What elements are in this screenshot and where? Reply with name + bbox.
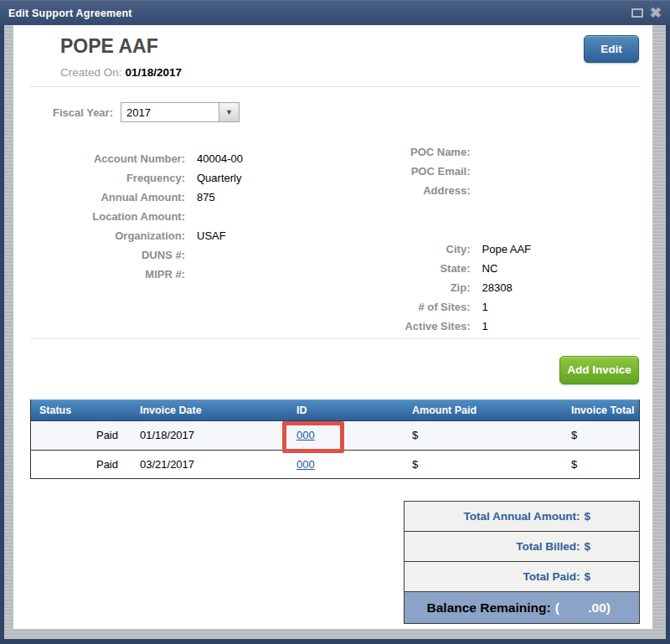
field-state: State:NC: [333, 259, 653, 278]
invoice-table: Status Invoice Date ID Amount Paid Invoi…: [30, 399, 640, 479]
invoice-table-header: Status Invoice Date ID Amount Paid Invoi…: [31, 399, 639, 421]
edit-button[interactable]: Edit: [584, 35, 639, 63]
maximize-icon[interactable]: [631, 8, 643, 18]
total-paid-label: Total Paid:: [523, 570, 580, 583]
content-panel: POPE AAF Edit Created On:01/18/2017 Fisc…: [13, 25, 652, 629]
field-account-number: Account Number:40004-00: [13, 149, 333, 168]
table-row: Paid 01/18/2017 000 $ $: [31, 421, 639, 450]
invoice-amount-paid: $: [404, 451, 563, 478]
invoice-id-link[interactable]: 000: [296, 458, 315, 471]
fiscal-year-select[interactable]: 2017 ▼: [121, 102, 240, 122]
field-poc-name: POC Name:: [333, 142, 653, 162]
column-header-invoice-total: Invoice Total: [563, 400, 639, 421]
fiscal-year-value: 2017: [121, 106, 219, 119]
field-active-sites: Active Sites:1: [333, 317, 653, 336]
field-address: Address:: [333, 181, 653, 200]
column-header-invoice-date: Invoice Date: [131, 400, 288, 421]
field-mipr: MIPR #:: [13, 265, 333, 284]
column-header-amount-paid: Amount Paid: [404, 400, 563, 421]
invoice-total: $: [563, 421, 639, 450]
field-zip: Zip:28308: [333, 278, 653, 297]
total-paid-value: $: [584, 570, 590, 583]
field-annual-amount: Annual Amount:875: [13, 188, 333, 207]
field-frequency: Frequency:Quarterly: [13, 168, 333, 188]
total-annual-amount-value: $: [584, 510, 590, 523]
divider-top: [30, 86, 640, 87]
divider-middle: [30, 338, 640, 339]
chevron-down-icon: ▼: [219, 103, 239, 121]
created-on: Created On:01/18/2017: [60, 66, 182, 79]
total-annual-amount-row: Total Annual Amount: $: [405, 502, 639, 532]
invoice-date: 01/18/2017: [131, 421, 288, 450]
created-on-label: Created On:: [60, 66, 122, 79]
total-billed-row: Total Billed: $: [405, 532, 639, 562]
total-paid-row: Total Paid: $: [405, 562, 639, 592]
total-billed-label: Total Billed:: [516, 540, 580, 553]
close-icon[interactable]: ✖: [650, 6, 662, 20]
invoice-id-link[interactable]: 000: [296, 429, 315, 441]
field-duns: DUNS #:: [13, 245, 333, 265]
fiscal-year-row: Fiscal Year: 2017 ▼: [30, 102, 240, 122]
balance-remaining-row: Balance Remaining: ( .00): [405, 592, 639, 623]
total-billed-value: $: [584, 540, 590, 553]
field-num-sites: # of Sites:1: [333, 297, 653, 317]
address-spacer: [333, 200, 653, 240]
column-header-status: Status: [31, 400, 131, 421]
table-row: Paid 03/21/2017 000 $ $: [31, 450, 639, 478]
balance-remaining-label: Balance Remaining:: [427, 600, 551, 616]
edit-support-agreement-dialog: Edit Support Agreement ✖ POPE AAF Edit C…: [0, 0, 670, 644]
totals-summary-table: Total Annual Amount: $ Total Billed: $ T…: [404, 501, 640, 624]
agreement-details: Account Number:40004-00 Frequency:Quarte…: [13, 142, 652, 336]
field-poc-email: POC Email:: [333, 162, 653, 181]
page-title: POPE AAF: [60, 35, 158, 58]
invoice-total: $: [563, 451, 639, 478]
invoice-status: Paid: [31, 421, 131, 450]
fiscal-year-label: Fiscal Year:: [30, 106, 121, 119]
created-on-value: 01/18/2017: [126, 66, 183, 79]
column-header-id: ID: [288, 400, 404, 421]
details-left-column: Account Number:40004-00 Frequency:Quarte…: [13, 142, 333, 336]
balance-remaining-value: ( .00): [555, 600, 611, 616]
dialog-titlebar: Edit Support Agreement ✖: [0, 0, 670, 25]
field-city: City:Pope AAF: [333, 240, 653, 259]
invoice-status: Paid: [31, 451, 131, 478]
dialog-body-area: POPE AAF Edit Created On:01/18/2017 Fisc…: [4, 25, 666, 639]
details-right-column: POC Name: POC Email: Address: City:Pope …: [333, 142, 653, 336]
field-organization: Organization:USAF: [13, 226, 333, 245]
invoice-table-body: Paid 01/18/2017 000 $ $ Paid 03/21/2017 …: [31, 421, 639, 478]
invoice-amount-paid: $: [404, 421, 563, 450]
window-controls: ✖: [631, 6, 662, 20]
field-location-amount: Location Amount:: [13, 207, 333, 226]
total-annual-amount-label: Total Annual Amount:: [464, 510, 580, 523]
invoice-date: 03/21/2017: [131, 451, 288, 478]
dialog-title: Edit Support Agreement: [8, 8, 132, 19]
add-invoice-button[interactable]: Add Invoice: [559, 356, 639, 384]
